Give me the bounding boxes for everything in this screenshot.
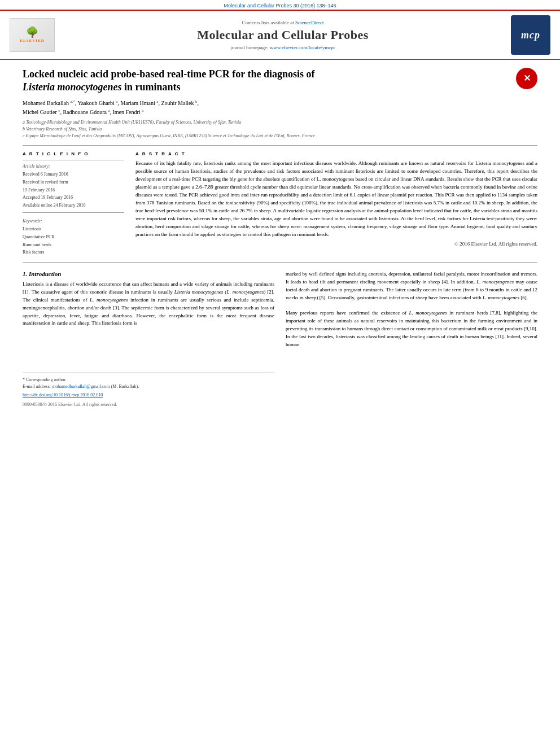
journal-homepage: journal homepage: www.elsevier.com/locat… <box>230 45 335 50</box>
elsevier-logo-section: 🌳 ELSEVIER <box>7 15 58 55</box>
affiliation-a: a Toxicology-Microbiology and Environmen… <box>23 119 537 126</box>
intro-left: 1. Introduction Listeriosis is a disease… <box>23 270 274 408</box>
authors-line: Mohamed Barkallah a,*, Yaakoub Gharbi a,… <box>23 99 537 117</box>
tree-icon: 🌳 <box>26 27 38 37</box>
mcp-logo: mcp <box>511 15 550 55</box>
divider-2 <box>23 262 537 263</box>
crossmark-badge: ✕ <box>516 68 537 89</box>
copyright-line: © 2016 Elsevier Ltd. All rights reserved… <box>135 241 537 247</box>
contents-line: Contents lists available at ScienceDirec… <box>242 20 324 25</box>
journal-title: Molecular and Cellular Probes <box>197 28 369 42</box>
keywords-label: Keywords: <box>23 219 124 224</box>
article-title: Locked nucleic acid probe-based real-tim… <box>23 68 537 94</box>
footnote-section: * Corresponding author. E-mail address: … <box>23 373 274 407</box>
email-note: E-mail address: mohamedbarkallah@gmail.c… <box>23 383 274 390</box>
mcp-logo-section: mcp <box>508 15 553 55</box>
journal-title-section: Contents lists available at ScienceDirec… <box>63 15 502 55</box>
intro-right: marked by well defined signs including a… <box>286 270 537 408</box>
history-label: Article history: <box>23 164 124 169</box>
intro-right-text: marked by well defined signs including a… <box>286 270 537 349</box>
doi-link[interactable]: http://dx.doi.org/10.1016/j.mcp.2016.02.… <box>23 392 103 397</box>
article-info-label: A R T I C L E I N F O <box>23 151 124 156</box>
journal-reference: Molecular and Cellular Probes 30 (2016) … <box>224 3 336 8</box>
corresponding-author-note: * Corresponding author. <box>23 377 274 383</box>
doi-line: http://dx.doi.org/10.1016/j.mcp.2016.02.… <box>23 392 274 397</box>
divider <box>23 145 537 146</box>
elsevier-logo: 🌳 ELSEVIER <box>10 18 55 52</box>
abstract-text: Because of its high fatality rate, liste… <box>135 160 537 238</box>
keywords-list: Listeriosis Quantitative PCR Ruminant he… <box>23 225 124 256</box>
keywords-section: Keywords: Listeriosis Quantitative PCR R… <box>23 219 124 256</box>
intro-heading: 1. Introduction <box>23 270 274 277</box>
homepage-link[interactable]: www.elsevier.com/locate/ymcpr <box>270 45 335 50</box>
sciencedirect-link[interactable]: ScienceDirect <box>295 20 323 25</box>
affiliation-c: c Equipe Microbiologie de l'œuf et des O… <box>23 133 537 139</box>
elsevier-brand: ELSEVIER <box>20 38 44 43</box>
intro-left-text: Listeriosis is a disease of worldwide oc… <box>23 281 274 328</box>
email-link[interactable]: mohamedbarkallah@gmail.com <box>52 384 110 389</box>
abstract-label: A B S T R A C T <box>135 151 537 156</box>
article-history-box: Article history: Received 6 January 2016… <box>23 160 124 213</box>
journal-header: 🌳 ELSEVIER Contents lists available at S… <box>0 10 560 60</box>
article-title-section: Locked nucleic acid probe-based real-tim… <box>23 68 537 94</box>
top-bar: Molecular and Cellular Probes 30 (2016) … <box>0 0 560 10</box>
issn-line: 0890-8508/© 2016 Elsevier Ltd. All right… <box>23 402 274 407</box>
main-content: Locked nucleic acid probe-based real-tim… <box>0 60 560 415</box>
abstract-col: A B S T R A C T Because of its high fata… <box>135 151 537 256</box>
info-abstract-section: A R T I C L E I N F O Article history: R… <box>23 151 537 256</box>
article-dates: Received 6 January 2016 Received in revi… <box>23 171 124 209</box>
introduction-section: 1. Introduction Listeriosis is a disease… <box>23 270 537 408</box>
article-info-col: A R T I C L E I N F O Article history: R… <box>23 151 124 256</box>
affiliations: a Toxicology-Microbiology and Environmen… <box>23 119 537 139</box>
affiliation-b: b Veterinary Research of Sfax, Sfax, Tun… <box>23 126 537 133</box>
